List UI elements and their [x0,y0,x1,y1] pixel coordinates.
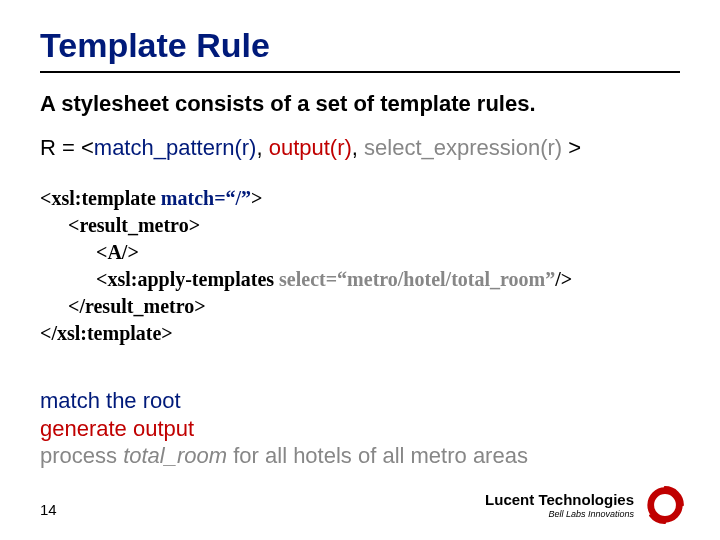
logo-sub: Bell Labs Innovations [485,510,634,519]
formula-comma2: , [352,135,358,160]
formula-output: output(r) [269,135,352,160]
code-l3: <A/> [96,241,139,263]
code-l1b: match=“/” [161,187,251,209]
slide-title: Template Rule [40,26,680,65]
logo-brand: Lucent Technologies [485,492,634,507]
title-rule [40,71,680,73]
code-block: <xsl:template match=“/”> <result_metro> … [40,185,680,347]
page-number: 14 [40,501,57,518]
formula-match: match_pattern(r) [94,135,257,160]
ring-icon [644,484,686,526]
formula-comma1: , [256,135,262,160]
explain-l3a: process [40,443,123,468]
code-l4c: /> [555,268,572,290]
code-l1c: > [251,187,262,209]
explain-l1: match the root [40,387,680,415]
formula-select: select_expression(r) [364,135,562,160]
formula-suffix: > [562,135,581,160]
code-l4a: <xsl:apply-templates [96,268,279,290]
explain-l2: generate output [40,415,680,443]
code-l4b: select=“metro/hotel/total_room” [279,268,555,290]
svg-point-0 [651,491,680,520]
explain-l3c: for all hotels of all metro areas [227,443,528,468]
code-l6: </xsl:template> [40,322,173,344]
code-l1a: <xsl:template [40,187,161,209]
code-l2: <result_metro> [68,214,200,236]
code-l5: </result_metro> [68,295,206,317]
explain-l3b: total_room [123,443,227,468]
explain-block: match the root generate output process t… [40,387,680,470]
formula-line: R = <match_pattern(r), output(r), select… [40,135,680,161]
formula-prefix: R = < [40,135,94,160]
logo: Lucent Technologies Bell Labs Innovation… [485,484,686,526]
lead-text: A stylesheet consists of a set of templa… [40,91,680,117]
